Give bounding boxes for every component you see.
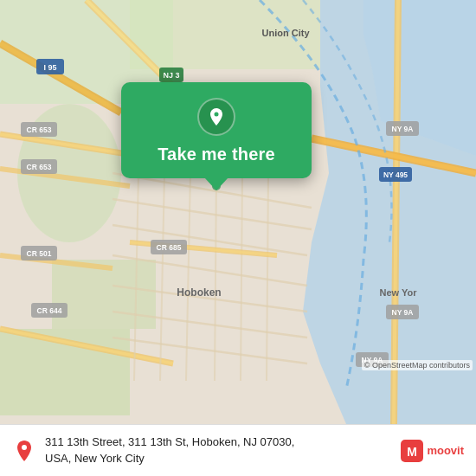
svg-text:M: M — [408, 445, 418, 459]
svg-point-63 — [215, 113, 219, 117]
take-me-there-button[interactable]: Take me there — [158, 145, 275, 164]
svg-text:CR 685: CR 685 — [157, 243, 182, 252]
svg-text:NY 9A: NY 9A — [392, 308, 414, 317]
svg-text:NY 9A: NY 9A — [392, 125, 414, 133]
map-container: I 95 NJ 3 CR 653 CR 653 CR 501 CR 644 CR… — [0, 0, 476, 424]
bottom-bar: 311 13th Street, 311 13th St, Hoboken, N… — [0, 424, 476, 476]
svg-text:CR 644: CR 644 — [37, 306, 62, 315]
moovit-label: moovit — [427, 444, 464, 457]
location-icon-circle — [197, 98, 235, 136]
svg-text:I 95: I 95 — [43, 63, 56, 72]
svg-text:NJ 3: NJ 3 — [163, 71, 179, 80]
location-pin-icon — [206, 106, 227, 127]
svg-text:Hoboken: Hoboken — [177, 286, 221, 299]
svg-text:CR 501: CR 501 — [27, 249, 52, 258]
svg-text:CR 653: CR 653 — [27, 163, 52, 171]
svg-text:CR 653: CR 653 — [27, 125, 52, 134]
map-attribution: © OpenStreetMap contributors — [362, 360, 473, 370]
svg-rect-5 — [52, 260, 156, 329]
svg-text:Union City: Union City — [262, 28, 311, 38]
address-text: 311 13th Street, 311 13th St, Hoboken, N… — [45, 434, 401, 466]
moovit-icon: M — [401, 440, 423, 462]
address-pin-icon — [12, 439, 36, 463]
app: I 95 NJ 3 CR 653 CR 653 CR 501 CR 644 CR… — [0, 0, 476, 476]
svg-text:New Yor: New Yor — [380, 287, 418, 298]
svg-text:NY 495: NY 495 — [383, 170, 408, 179]
moovit-logo: M moovit — [401, 440, 464, 462]
svg-point-64 — [22, 445, 27, 450]
popup-card: Take me there — [121, 82, 312, 178]
